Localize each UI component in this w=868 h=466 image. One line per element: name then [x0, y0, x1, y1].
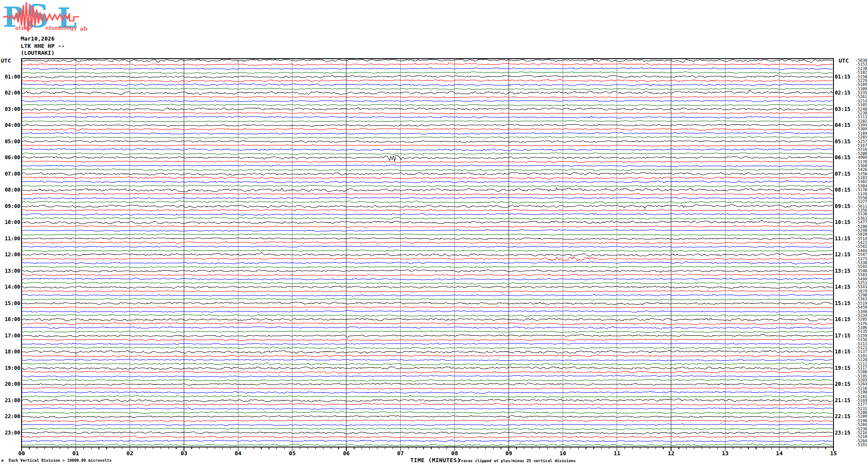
watermark-glyph: ʍ: [1, 459, 3, 463]
hour-label: 04:00: [1, 123, 20, 128]
trace-offset-value: -5204: [849, 423, 867, 427]
helicorder-page: P S L atras eismology ab Mar10,2026 LTK …: [0, 0, 868, 466]
hour-label: 03:00: [1, 107, 20, 112]
x-tick-label: 03: [177, 450, 191, 456]
hour-label: 18:00: [1, 349, 20, 354]
x-tick-label: 00: [14, 450, 29, 456]
hour-label: 20:00: [1, 381, 20, 387]
trace-offset-value: -5190: [849, 390, 867, 394]
trace-offset-value: -5189: [849, 83, 867, 87]
trace-offset-value: -5343: [849, 285, 867, 289]
x-tick-label: 07: [393, 450, 408, 456]
trace-offset-value: -5200: [849, 370, 867, 374]
time-axis-title: TIME (MINUTES): [410, 457, 461, 463]
trace-offset-value: -5105: [849, 103, 867, 107]
trace-offset-value: -5426: [849, 168, 867, 172]
trace-offset-value: -5156: [849, 338, 867, 342]
x-tick-label: 13: [718, 450, 732, 456]
hour-label: 21:00: [1, 398, 20, 403]
trace-offset-value: -5113: [849, 115, 867, 119]
trace-offset-value: -5547: [849, 253, 867, 257]
trace-offset-value: -5137: [849, 350, 867, 354]
trace-offset-value: -5316: [849, 148, 867, 151]
hour-label: 13:00: [1, 268, 20, 274]
trace-offset-value: -5182: [849, 71, 867, 75]
hour-label: 19:00: [1, 365, 20, 371]
hour-label: 01:00: [1, 74, 20, 79]
x-tick-label: 09: [501, 450, 516, 456]
hour-label: 23:00: [1, 430, 20, 435]
x-tick-label: 12: [664, 450, 678, 456]
hour-label: 14:00: [1, 284, 20, 290]
trace-offset-value: -5191: [849, 443, 867, 447]
trace-offset-value: -5205: [849, 318, 867, 321]
trace-offset-value: -5285: [849, 135, 867, 139]
trace-offset-value: -5277: [849, 200, 867, 204]
hour-label: 11:00: [1, 236, 20, 241]
hour-label: 15:00: [1, 301, 20, 306]
hour-label: 07:00: [1, 171, 20, 176]
hour-label: 16:00: [1, 317, 20, 322]
hour-label: 08:00: [1, 187, 20, 192]
hour-label: 17:00: [1, 333, 20, 338]
trace-offset-value: -5120: [849, 358, 867, 362]
hour-label: 22:00: [1, 414, 20, 419]
x-tick-label: 14: [772, 450, 787, 456]
hour-label: 09:00: [1, 204, 20, 209]
trace-offset-value: -5177: [849, 403, 867, 406]
trace-offset-value: -5458: [849, 305, 867, 309]
trace-offset-value: -4909: [849, 156, 867, 160]
x-tick-label: 02: [123, 450, 137, 456]
x-tick-label: 08: [447, 450, 462, 456]
seismogram-plot: [0, 0, 868, 466]
hour-label: 05:00: [1, 139, 20, 144]
x-tick-label: 06: [339, 450, 354, 456]
hour-label: 12:00: [1, 252, 20, 257]
x-tick-label: 04: [231, 450, 245, 456]
clip-note: Traces clipped at plus/minus 25 vertical…: [459, 459, 576, 463]
trace-offset-value: -5477: [849, 220, 867, 224]
x-tick-label: 11: [610, 450, 624, 456]
x-tick-label: 01: [68, 450, 83, 456]
trace-offset-value: -5170: [849, 188, 867, 192]
hour-label: 02:00: [1, 90, 20, 95]
x-tick-label: 10: [555, 450, 570, 456]
x-tick-label: 05: [285, 450, 300, 456]
hour-label: 06:00: [1, 155, 20, 160]
x-tick-label: 15: [826, 450, 841, 456]
trace-offset-value: -5218: [849, 435, 867, 439]
hour-label: 10:00: [1, 220, 20, 225]
trace-offset-value: -5828: [849, 233, 867, 236]
trace-offset-value: -5503: [849, 273, 867, 277]
scale-note: Each Vertical Division = 10000.00 microv…: [9, 458, 111, 463]
